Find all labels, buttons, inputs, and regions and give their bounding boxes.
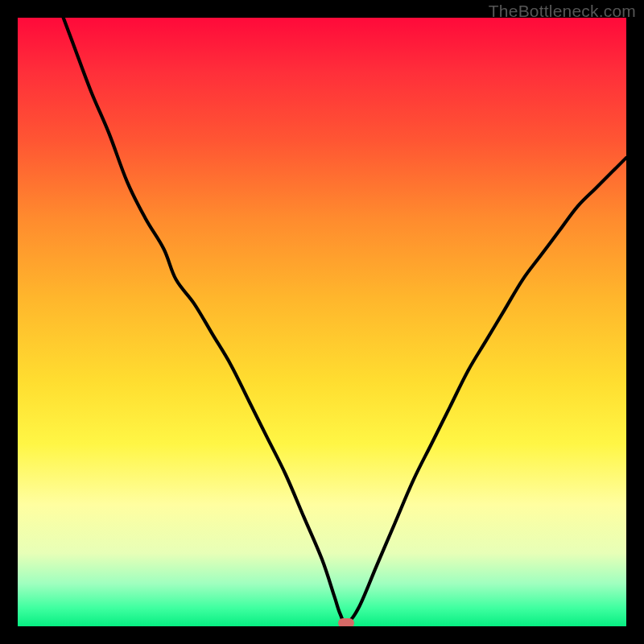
plot-area <box>18 18 626 626</box>
attribution-watermark: TheBottleneck.com <box>489 2 636 21</box>
chart-frame: TheBottleneck.com <box>0 0 644 644</box>
bottleneck-curve <box>18 18 626 626</box>
minimum-marker <box>338 618 354 626</box>
